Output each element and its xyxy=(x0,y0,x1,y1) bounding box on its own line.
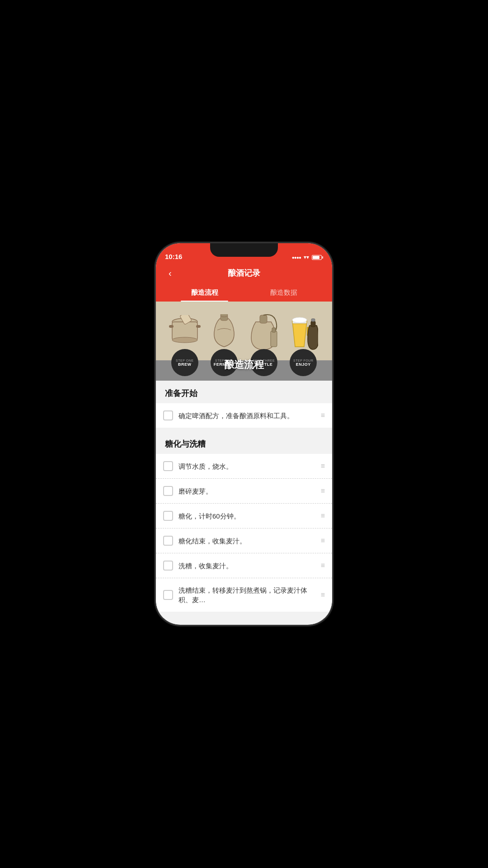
divider-2 xyxy=(156,612,332,615)
checklist-item-5[interactable]: 糖化结束，收集麦汁。 ≡ xyxy=(156,528,332,553)
svg-point-12 xyxy=(292,317,307,323)
section-boil: 熬煮与冷却 熬煮麦汁。 ≡ 煮沸后，计时70分钟，依次投入酒花和辅料。 ≡ xyxy=(156,615,332,618)
app-header: ‹ 酿酒记录 酿造流程 酿造数据 xyxy=(156,263,332,302)
item-text-4: 糖化，计时60分钟。 xyxy=(178,511,315,521)
step-circle-brew: STEP ONE BREW xyxy=(171,349,198,376)
checkbox-3[interactable] xyxy=(163,486,173,496)
item-text-1: 确定啤酒配方，准备酿酒原料和工具。 xyxy=(178,411,315,420)
section-mash: 糖化与洗糟 调节水质，烧水。 ≡ 磨碎麦芽。 ≡ 糖化，计时60分钟。 ≡ xyxy=(156,431,332,612)
status-time: 10:16 xyxy=(165,253,182,260)
checkbox-4[interactable] xyxy=(163,511,173,521)
battery-icon xyxy=(312,255,323,260)
drag-handle-7[interactable]: ≡ xyxy=(321,591,325,599)
svg-rect-15 xyxy=(311,319,315,321)
svg-rect-3 xyxy=(169,325,174,328)
item-text-2: 调节水质，烧水。 xyxy=(178,462,315,471)
page-title: 酿酒记录 xyxy=(228,268,260,278)
drag-handle-2[interactable]: ≡ xyxy=(321,462,325,470)
step-1-illustration xyxy=(165,315,205,351)
tab-data[interactable]: 酿造数据 xyxy=(244,284,323,302)
svg-rect-14 xyxy=(311,321,315,327)
step-3-illustration xyxy=(244,313,284,354)
tab-bar: 酿造流程 酿造数据 xyxy=(165,284,323,302)
step-2-illustration xyxy=(205,314,244,353)
checkbox-6[interactable] xyxy=(163,561,173,571)
checklist-item-1[interactable]: 确定啤酒配方，准备酿酒原料和工具。 ≡ xyxy=(156,403,332,428)
checklist-item-6[interactable]: 洗糟，收集麦汁。 ≡ xyxy=(156,553,332,578)
brewing-banner: STEP ONE BREW STEP TWO FERMENT STEP THRE… xyxy=(156,302,332,381)
drag-handle-3[interactable]: ≡ xyxy=(321,487,325,495)
back-button[interactable]: ‹ xyxy=(165,266,175,280)
svg-rect-10 xyxy=(272,328,276,332)
svg-rect-8 xyxy=(260,315,267,323)
section-boil-header: 熬煮与冷却 xyxy=(156,615,332,618)
section-prepare-title: 准备开始 xyxy=(165,388,323,399)
checkbox-7[interactable] xyxy=(163,590,173,600)
phone-screen: 10:16 ●●●● ▾▾ ‹ 酿酒记录 酿造流程 xyxy=(156,243,332,625)
section-mash-header: 糖化与洗糟 xyxy=(156,431,332,454)
section-prepare-header: 准备开始 xyxy=(156,381,332,403)
drag-handle-5[interactable]: ≡ xyxy=(321,537,325,545)
checkbox-1[interactable] xyxy=(163,410,173,420)
main-content[interactable]: STEP ONE BREW STEP TWO FERMENT STEP THRE… xyxy=(156,302,332,618)
divider-1 xyxy=(156,428,332,431)
tab-process[interactable]: 酿造流程 xyxy=(165,284,244,302)
checkbox-5[interactable] xyxy=(163,536,173,546)
svg-point-2 xyxy=(172,337,197,343)
drag-handle-1[interactable]: ≡ xyxy=(321,411,325,420)
phone-frame: 10:16 ●●●● ▾▾ ‹ 酿酒记录 酿造流程 xyxy=(156,243,332,625)
section-prepare: 准备开始 确定啤酒配方，准备酿酒原料和工具。 ≡ xyxy=(156,381,332,428)
banner-overlay-text: 酿造流程 xyxy=(224,358,264,372)
item-text-5: 糖化结束，收集麦汁。 xyxy=(178,536,315,546)
checklist-item-2[interactable]: 调节水质，烧水。 ≡ xyxy=(156,454,332,479)
notch xyxy=(210,243,278,257)
step-4-illustration xyxy=(284,314,324,353)
step-circle-enjoy: STEP FOUR ENJOY xyxy=(290,349,317,376)
item-text-3: 磨碎麦芽。 xyxy=(178,486,315,496)
item-text-7: 洗糟结束，转移麦汁到熬煮锅，记录麦汁体积、麦… xyxy=(178,585,315,604)
checklist-item-4[interactable]: 糖化，计时60分钟。 ≡ xyxy=(156,504,332,528)
item-text-6: 洗糟，收集麦汁。 xyxy=(178,561,315,571)
checkbox-2[interactable] xyxy=(163,461,173,471)
checklist-item-3[interactable]: 磨碎麦芽。 ≡ xyxy=(156,479,332,504)
checklist-item-7[interactable]: 洗糟结束，转移麦汁到熬煮锅，记录麦汁体积、麦… ≡ xyxy=(156,578,332,612)
signal-icon: ●●●● xyxy=(292,255,301,260)
drag-handle-6[interactable]: ≡ xyxy=(321,561,325,570)
svg-point-7 xyxy=(221,314,228,317)
section-mash-title: 糖化与洗糟 xyxy=(165,439,323,449)
drag-handle-4[interactable]: ≡ xyxy=(321,512,325,520)
wifi-icon: ▾▾ xyxy=(304,254,309,260)
svg-rect-9 xyxy=(271,331,277,347)
status-icons: ●●●● ▾▾ xyxy=(292,254,323,260)
svg-rect-4 xyxy=(196,325,201,328)
